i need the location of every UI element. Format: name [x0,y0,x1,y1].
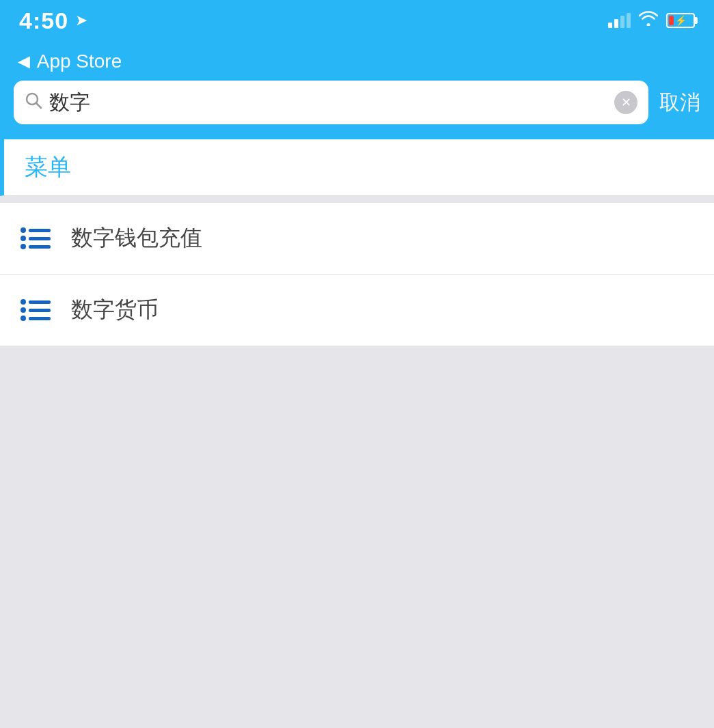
signal-bar-1 [608,23,612,28]
clear-button[interactable]: ✕ [614,91,637,114]
icon-row-3 [20,244,51,249]
signal-icon [608,13,631,28]
back-button[interactable]: ◄ App Store [14,51,700,72]
battery-fill [669,16,674,25]
list-item[interactable]: 数字钱包充值 [0,203,714,275]
search-icon [25,92,42,114]
clear-icon: ✕ [621,96,631,109]
icon-row-2 [20,236,51,241]
search-input[interactable] [49,91,614,114]
battery-bolt-icon: ⚡ [675,15,687,26]
list-container: 数字钱包充值 数字货币 [0,203,714,346]
svg-line-1 [36,103,41,108]
section-title: 菜单 [25,154,71,180]
search-row: ✕ 取消 [14,81,700,124]
cancel-button[interactable]: 取消 [659,89,700,117]
icon-row-2 [20,307,51,313]
list-item-label-2: 数字货币 [71,295,159,325]
status-time: 4:50 [19,8,68,34]
battery-icon: ⚡ [666,13,695,28]
status-bar: 4:50 ➤ ⚡ [0,0,714,41]
signal-bar-3 [620,16,624,28]
section-header: 菜单 [0,139,714,196]
wifi-icon [639,11,658,30]
list-icon-2 [20,299,51,321]
status-left: 4:50 ➤ [19,8,87,34]
signal-bar-2 [614,19,618,28]
gray-area [0,346,714,585]
list-item-label-1: 数字钱包充值 [71,223,202,253]
search-input-wrapper: ✕ [14,81,648,124]
list-icon-1 [20,227,51,249]
back-label: App Store [37,51,122,72]
icon-row-1 [20,227,51,233]
signal-bar-4 [627,13,631,28]
icon-row-1 [20,299,51,305]
status-right: ⚡ [608,11,695,30]
location-icon: ➤ [75,12,87,29]
icon-row-3 [20,316,51,321]
nav-search-container: ◄ App Store ✕ 取消 [0,41,714,139]
back-arrow-icon: ◄ [14,51,34,72]
list-item[interactable]: 数字货币 [0,275,714,346]
